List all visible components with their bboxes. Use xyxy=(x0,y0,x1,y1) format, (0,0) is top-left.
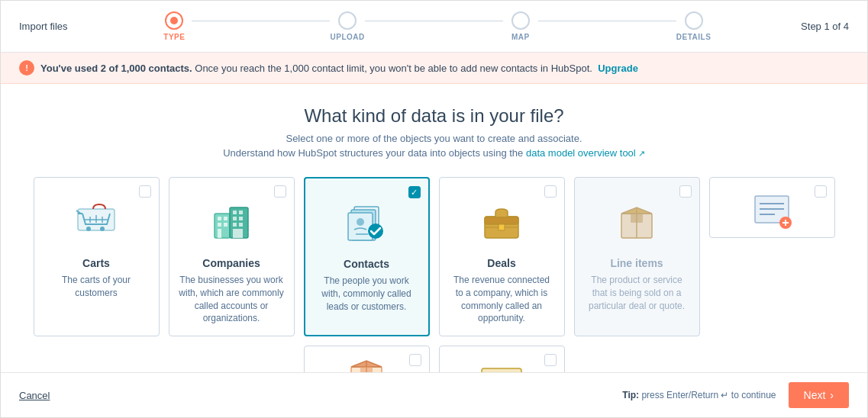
svg-point-3 xyxy=(86,227,91,231)
svg-rect-30 xyxy=(485,217,518,224)
svg-point-4 xyxy=(100,227,105,231)
svg-rect-48 xyxy=(482,368,521,372)
cancel-button[interactable]: Cancel xyxy=(19,390,50,401)
row2a-icon xyxy=(741,188,802,234)
card-lineitems-title: Line items xyxy=(610,257,663,269)
steps-track: TYPE UPLOAD MAP DETAILS xyxy=(88,11,780,41)
cart-icon xyxy=(66,196,127,249)
card-row2a-checkbox[interactable] xyxy=(815,185,827,198)
stepper-bar: Import files TYPE UPLOAD MAP DETAILS Ste xyxy=(1,1,867,53)
card-contacts[interactable]: ✓ Contact xyxy=(304,177,430,336)
step-map-circle xyxy=(511,11,530,30)
step-type: TYPE xyxy=(88,11,261,41)
row2c-icon xyxy=(471,357,532,372)
data-model-link[interactable]: data model overview tool xyxy=(526,147,645,159)
import-dialog: Import files TYPE UPLOAD MAP DETAILS Ste xyxy=(0,0,868,418)
svg-rect-18 xyxy=(233,217,237,220)
svg-rect-22 xyxy=(233,229,243,238)
svg-rect-16 xyxy=(233,211,237,214)
warning-icon: ! xyxy=(19,60,34,76)
svg-rect-11 xyxy=(218,217,221,220)
card-carts[interactable]: Carts The carts of your customers xyxy=(34,177,160,336)
next-arrow-icon: › xyxy=(830,389,834,401)
card-contacts-checkbox[interactable]: ✓ xyxy=(408,186,421,198)
cards-grid: Carts The carts of your customers xyxy=(31,177,837,372)
step-details: DETAILS xyxy=(607,11,780,41)
upgrade-link[interactable]: Upgrade xyxy=(598,63,638,74)
step-upload-circle xyxy=(338,11,357,30)
card-companies-title: Companies xyxy=(202,257,260,269)
deals-icon xyxy=(471,196,532,249)
card-row2b[interactable] xyxy=(304,346,430,372)
svg-rect-36 xyxy=(631,214,643,223)
card-lineitems-desc: The product or service that is being sol… xyxy=(584,274,690,312)
card-row2c-checkbox[interactable] xyxy=(544,354,557,366)
card-row2c[interactable] xyxy=(439,346,565,372)
banner-text: You've used 2 of 1,000 contacts. Once yo… xyxy=(40,63,638,74)
next-button[interactable]: Next › xyxy=(789,382,849,408)
page-title: What kind of data is in your file? xyxy=(31,105,837,127)
svg-rect-14 xyxy=(224,223,227,227)
card-carts-desc: The carts of your customers xyxy=(44,274,150,300)
svg-point-26 xyxy=(357,218,364,226)
card-lineitems-checkbox xyxy=(679,185,692,198)
step-of-label: Step 1 of 4 xyxy=(780,21,849,32)
svg-rect-32 xyxy=(499,224,505,230)
page-subtitle2: Understand how HubSpot structures your d… xyxy=(31,147,837,159)
step-type-circle xyxy=(165,11,183,30)
step-upload-label: UPLOAD xyxy=(331,33,365,41)
step-details-circle xyxy=(685,11,703,30)
card-deals-title: Deals xyxy=(487,257,515,269)
card-row2b-checkbox[interactable] xyxy=(409,354,421,366)
svg-rect-13 xyxy=(218,223,221,227)
svg-rect-47 xyxy=(360,367,373,372)
contacts-icon xyxy=(336,197,397,250)
step-details-label: DETAILS xyxy=(676,33,712,41)
card-carts-checkbox[interactable] xyxy=(139,185,151,198)
card-companies-checkbox[interactable] xyxy=(274,185,286,198)
footer: Cancel Tip: press Enter/Return ↵ to cont… xyxy=(1,372,867,417)
step-map: MAP xyxy=(434,11,608,41)
contact-limit-banner: ! You've used 2 of 1,000 contacts. Once … xyxy=(1,53,867,84)
card-carts-title: Carts xyxy=(82,257,110,269)
card-contacts-title: Contacts xyxy=(344,258,389,270)
footer-right: Tip: press Enter/Return ↵ to continue Ne… xyxy=(622,382,849,408)
card-contacts-desc: The people you work with, commonly calle… xyxy=(315,275,419,313)
card-deals-desc: The revenue connected to a company, whic… xyxy=(449,274,555,325)
svg-rect-19 xyxy=(239,217,243,220)
companies-icon xyxy=(201,196,262,249)
step-upload: UPLOAD xyxy=(261,11,434,41)
svg-rect-15 xyxy=(218,229,221,238)
page-subtitle1: Select one or more of the objects you wa… xyxy=(31,133,837,144)
svg-rect-17 xyxy=(239,211,243,214)
tip-text: Tip: press Enter/Return ↵ to continue xyxy=(622,390,776,400)
svg-rect-21 xyxy=(239,223,243,227)
step-type-label: TYPE xyxy=(163,33,185,41)
card-row2a[interactable] xyxy=(709,177,835,238)
step-map-label: MAP xyxy=(511,33,530,41)
svg-rect-25 xyxy=(348,213,373,240)
card-companies-desc: The businesses you work with, which are … xyxy=(179,274,285,325)
import-files-label: Import files xyxy=(19,21,88,32)
svg-rect-12 xyxy=(224,217,227,220)
card-companies[interactable]: Companies The businesses you work with, … xyxy=(169,177,295,336)
row2b-icon xyxy=(336,357,397,372)
card-deals[interactable]: Deals The revenue connected to a company… xyxy=(439,177,565,336)
card-lineitems: Line items The product or service that i… xyxy=(574,177,700,336)
lineitems-icon xyxy=(606,196,667,249)
svg-rect-20 xyxy=(233,223,237,227)
card-deals-checkbox[interactable] xyxy=(544,185,557,198)
main-content: What kind of data is in your file? Selec… xyxy=(1,84,867,372)
